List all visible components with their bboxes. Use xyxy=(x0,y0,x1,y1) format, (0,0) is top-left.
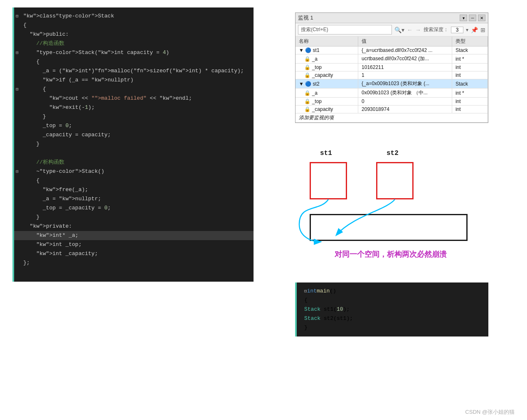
watch-name: ▼ 🔵 st2 xyxy=(296,79,358,88)
code-line: } xyxy=(12,112,254,121)
code-line: "kw">private: xyxy=(12,222,254,231)
watch-name: ▼ 🔵 st1 xyxy=(296,47,358,54)
expand-btn xyxy=(16,194,22,204)
watch-window[interactable]: 监视 1 ▾ ─ ✕ 搜索(Ctrl+E) 🔍▾ ← → 搜索深度： 3 ▾ 📌… xyxy=(295,12,488,123)
close-btn[interactable]: ✕ xyxy=(478,15,485,21)
bottom-code-line: Stack st2(st1); xyxy=(295,314,488,323)
watch-value: 0 xyxy=(358,98,452,106)
bottom-code: ⊟int main(){ Stack st1(10); Stack st2(st… xyxy=(295,282,488,336)
code-line: "kw">free(_a); xyxy=(12,185,254,194)
code-line: "kw">if (_a == "kw">nullptr) xyxy=(12,76,254,85)
watch-titlebar: 监视 1 ▾ ─ ✕ xyxy=(296,13,488,23)
code-line: "kw">int* _a; xyxy=(12,231,254,240)
watch-name: 🔒 _capacity xyxy=(296,106,358,113)
col-value: 值 xyxy=(358,37,452,47)
depth-dropdown[interactable]: ▾ xyxy=(466,27,468,33)
watch-name: 🔒 _top xyxy=(296,98,358,106)
expand-btn xyxy=(16,21,22,30)
st2-label: st2 xyxy=(387,150,399,157)
expand-btn xyxy=(16,222,22,231)
watch-title: 监视 1 xyxy=(298,14,313,22)
expand-btn xyxy=(16,66,22,76)
expand-btn: ⊟ xyxy=(16,167,22,176)
expand-btn: ⊟ xyxy=(16,48,22,57)
watch-type: int xyxy=(452,71,488,79)
depth-label: 搜索深度： xyxy=(424,26,448,33)
watch-toolbar[interactable]: 搜索(Ctrl+E) 🔍▾ ← → 搜索深度： 3 ▾ 📌 ⊞ xyxy=(296,23,488,37)
watch-value: 0x009b1023 (类和对象 （中... xyxy=(358,88,452,98)
expand-btn xyxy=(16,231,22,240)
pin-icon[interactable]: 📌 xyxy=(471,27,478,33)
depth-input[interactable]: 3 xyxy=(451,27,463,33)
box-st1 xyxy=(310,162,347,199)
bottom-code-line: Stack st1(10); xyxy=(295,305,488,314)
watch-value: 10162211 xyxy=(358,64,452,71)
dropdown-btn[interactable]: ▾ xyxy=(460,15,467,21)
watch-type: Stack xyxy=(452,47,488,54)
code-line: { xyxy=(12,57,254,66)
code-line: } xyxy=(12,140,254,149)
expand-btn xyxy=(16,57,22,66)
expand-btn xyxy=(16,249,22,258)
code-line: _top = _capacity = 0; xyxy=(12,204,254,213)
expand-btn xyxy=(16,213,22,222)
caption-text: 对同一个空间，析构两次必然崩溃 xyxy=(308,249,474,259)
watch-name: 🔒 _capacity xyxy=(296,71,358,79)
watermark: CSDN @张小姐的猫 xyxy=(465,408,515,416)
col-type: 类型 xyxy=(452,37,488,47)
expand-btn xyxy=(16,39,22,48)
box-heap xyxy=(310,214,468,241)
watch-value: {_a=ucrtbased.dll!0x7cc0f242 ... xyxy=(358,47,452,54)
code-line: _top = 0; xyxy=(12,121,254,130)
search-box[interactable]: 搜索(Ctrl+E) xyxy=(298,25,392,34)
expand-btn xyxy=(16,185,22,194)
code-line: "kw">int _top; xyxy=(12,240,254,249)
expand-btn xyxy=(16,30,22,39)
nav-fwd[interactable]: → xyxy=(415,27,421,33)
expand-btn xyxy=(16,158,22,167)
watch-type: int xyxy=(452,64,488,71)
expand-btn xyxy=(16,204,22,213)
watch-type: int * xyxy=(452,54,488,64)
expand-btn xyxy=(16,240,22,249)
add-watch[interactable]: 添加要监视的项 xyxy=(296,113,488,123)
bottom-code-line: ⊟int main() xyxy=(295,287,488,296)
code-line: { xyxy=(12,21,254,30)
expand-btn xyxy=(16,176,22,185)
bottom-code-line: } xyxy=(295,323,488,332)
minimize-btn[interactable]: ─ xyxy=(469,15,476,21)
expand-btn xyxy=(16,121,22,130)
code-editor: ⊟"kw">class "type-color">Stack { "kw">pu… xyxy=(12,7,254,282)
watch-value: {_a=0x009b1023 (类和对象 (... xyxy=(358,79,452,88)
code-line: _capacity = capacity; xyxy=(12,130,254,140)
expand-btn xyxy=(16,103,22,112)
expand-btn: ⊟ xyxy=(16,85,22,94)
search-icon[interactable]: 🔍▾ xyxy=(394,27,404,33)
watch-controls[interactable]: ▾ ─ ✕ xyxy=(460,15,485,21)
expand-btn: ⊟ xyxy=(16,12,22,21)
code-line: _a = ("kw">int*)"fn">malloc("fn">sizeof(… xyxy=(12,66,254,76)
code-line: ⊟ "type-color">Stack("kw">int capacity =… xyxy=(12,48,254,57)
code-line: ⊟ ~"type-color">Stack() xyxy=(12,167,254,176)
code-line xyxy=(12,149,254,158)
watch-table: 名称 值 类型 ▼ 🔵 st1 {_a=ucrtbased.dll!0x7cc0… xyxy=(296,37,488,123)
watch-value: 1 xyxy=(358,71,452,79)
watch-type: Stack xyxy=(452,79,488,88)
code-line: //析构函数 xyxy=(12,158,254,167)
box-st2 xyxy=(376,162,414,199)
code-line: "kw">cout << "">malloc failed" << "kw">e… xyxy=(12,94,254,103)
watch-type: int xyxy=(452,106,488,113)
grid-icon[interactable]: ⊞ xyxy=(480,27,485,33)
watch-type: int * xyxy=(452,88,488,98)
code-line: ⊟ { xyxy=(12,85,254,94)
expand-btn xyxy=(16,149,22,158)
code-line: }; xyxy=(12,258,254,268)
col-name: 名称 xyxy=(296,37,358,47)
nav-back[interactable]: ← xyxy=(407,27,413,33)
code-line: "kw">public: xyxy=(12,30,254,39)
watch-name: 🔒 _a xyxy=(296,88,358,98)
code-line: _a = "kw">nullptr; xyxy=(12,194,254,204)
watch-value: ucrtbased.dll!0x7cc0f242 (加... xyxy=(358,54,452,64)
expand-btn xyxy=(16,112,22,121)
code-line: { xyxy=(12,176,254,185)
